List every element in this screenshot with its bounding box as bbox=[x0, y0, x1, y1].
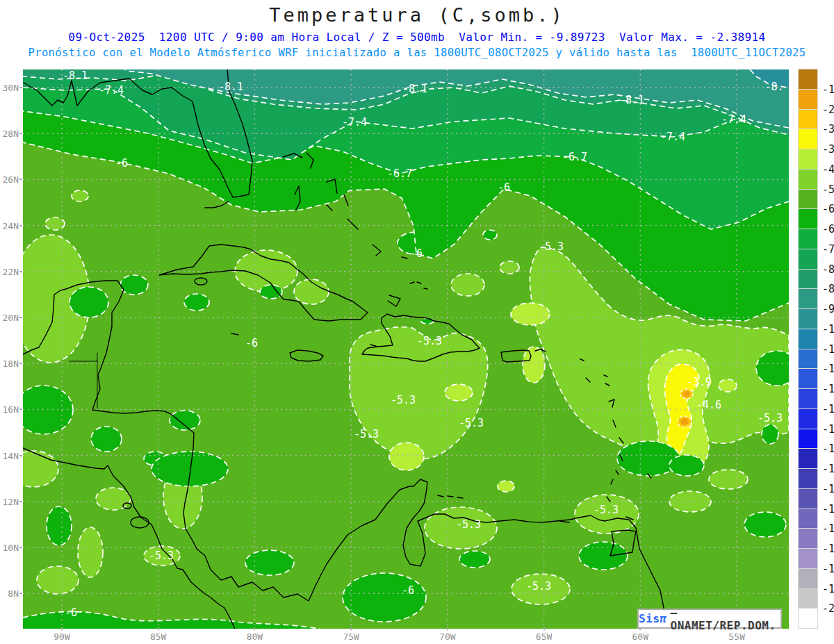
contour-label: -5.3 bbox=[539, 240, 564, 253]
colorbar-block bbox=[798, 488, 818, 509]
colorbar-block bbox=[798, 448, 818, 469]
contour-label: -8.1 bbox=[63, 69, 88, 82]
attribution-box: Sisπ – ONAMET/REP.DOM. bbox=[637, 609, 782, 629]
attribution-org: – ONAMET/REP.DOM. bbox=[671, 606, 780, 632]
weather-map-page: { "title": "Temperatura (C,somb.)", "hea… bbox=[0, 0, 834, 644]
colorbar-block bbox=[798, 429, 818, 449]
contour-label: -7.4 bbox=[721, 113, 746, 126]
colorbar-block bbox=[798, 109, 818, 130]
lat-label: 12N bbox=[1, 496, 19, 506]
contour-label: -4.6 bbox=[696, 399, 721, 411]
lat-tick bbox=[19, 547, 22, 548]
lat-tick bbox=[19, 317, 22, 318]
colorbar-block bbox=[798, 568, 818, 589]
lat-tick bbox=[19, 455, 22, 456]
subtitle-valid-time: 09-Oct-2025 1200 UTC / 9:00 am Hora Loca… bbox=[0, 31, 834, 44]
lon-label: 55W bbox=[728, 631, 744, 642]
lat-label: 10N bbox=[1, 543, 19, 553]
contour-label: -5.3 bbox=[149, 550, 174, 562]
lat-tick bbox=[19, 408, 22, 410]
contour-label: -8.1 bbox=[619, 94, 644, 106]
lat-tick bbox=[19, 225, 22, 226]
lat-label: 16N bbox=[1, 404, 19, 415]
lon-tick bbox=[543, 627, 545, 630]
colorbar-block bbox=[798, 329, 818, 349]
lat-tick bbox=[19, 363, 22, 364]
colorbar-label: -6 bbox=[822, 203, 834, 215]
contour-label: -5.3 bbox=[459, 417, 484, 429]
colorbar-label: -15.1 bbox=[822, 463, 834, 475]
colorbar-label: -11.6 bbox=[822, 363, 834, 375]
colorbar-block bbox=[798, 129, 818, 149]
lat-label: 20N bbox=[1, 313, 19, 323]
lat-tick bbox=[19, 593, 22, 594]
colorbar-label: -17.9 bbox=[822, 543, 834, 555]
colorbar-label: -3.2 bbox=[822, 123, 834, 135]
contour-label: -6.7 bbox=[387, 167, 412, 180]
page-title: Temperatura (C,somb.) bbox=[0, 4, 834, 26]
colorbar-block bbox=[798, 89, 818, 110]
contour-label: -6 bbox=[402, 584, 414, 597]
colorbar-block bbox=[798, 468, 818, 489]
contour-label: -5.3 bbox=[417, 335, 442, 347]
lon-label: 90W bbox=[54, 631, 70, 642]
colorbar-label: -1.8 bbox=[822, 83, 834, 96]
lon-tick bbox=[158, 627, 159, 630]
colorbar-block bbox=[798, 229, 818, 249]
contour-label: -5.3 bbox=[391, 394, 416, 406]
contour-label: -5.3 bbox=[594, 504, 619, 516]
colorbar-label: -15.8 bbox=[822, 483, 834, 495]
lon-label: 70W bbox=[439, 631, 455, 642]
lat-tick bbox=[19, 87, 22, 88]
lat-label: 18N bbox=[1, 358, 19, 369]
colorbar-block bbox=[798, 269, 818, 290]
lon-tick bbox=[447, 627, 448, 630]
lat-label: 8N bbox=[1, 588, 19, 599]
colorbar-label: -13.7 bbox=[822, 423, 834, 436]
colorbar-block bbox=[798, 169, 818, 190]
colorbar-label: -10.9 bbox=[822, 343, 834, 356]
lon-tick bbox=[350, 627, 352, 630]
lat-label: 26N bbox=[1, 174, 19, 185]
contour-label: -6 bbox=[498, 181, 510, 194]
contour-label: -6 bbox=[410, 247, 423, 260]
lon-label: 75W bbox=[343, 631, 359, 642]
lon-label: 65W bbox=[536, 631, 552, 642]
contour-label: -6 bbox=[65, 606, 77, 619]
colorbar-block bbox=[798, 349, 818, 370]
lat-label: 14N bbox=[1, 450, 19, 461]
colorbar-label: -13 bbox=[822, 403, 834, 415]
lat-tick bbox=[19, 271, 22, 272]
attribution-brand: Sis bbox=[639, 612, 660, 625]
colorbar-label: -17.2 bbox=[822, 522, 834, 535]
contour-label: -5.3 bbox=[456, 518, 481, 531]
contour-label: -5.3 bbox=[526, 580, 551, 593]
colorbar-label: -8.8 bbox=[822, 283, 834, 295]
colorbar-block bbox=[798, 408, 818, 429]
lat-tick bbox=[19, 133, 22, 134]
colorbar-label: -20 bbox=[822, 602, 834, 615]
contour-label: -6.7 bbox=[562, 151, 587, 163]
contour-label: -6 bbox=[245, 337, 258, 349]
attribution-pi-icon: π bbox=[660, 612, 667, 625]
colorbar-label: -9.5 bbox=[822, 303, 834, 315]
lon-tick bbox=[61, 627, 63, 630]
map-canvas: -8.1-8.1-8.1-8.1-8.-7.4-7.4-7.4-7.4-6.7-… bbox=[23, 69, 789, 629]
lon-label: 85W bbox=[150, 631, 166, 642]
colorbar-label: -14.4 bbox=[822, 443, 834, 455]
lat-label: 30N bbox=[1, 83, 19, 93]
colorbar-label: -5.3 bbox=[822, 183, 834, 196]
colorbar-block bbox=[798, 528, 818, 549]
lat-tick bbox=[19, 179, 22, 180]
colorbar-label: -2.5 bbox=[822, 104, 834, 116]
colorbar-block bbox=[798, 308, 818, 329]
colorbar-label: -18.6 bbox=[822, 563, 834, 575]
contour-label: -8. bbox=[764, 81, 783, 93]
colorbar-label: -12.3 bbox=[822, 383, 834, 395]
colorbar-label: -16.5 bbox=[822, 503, 834, 515]
colorbar-block bbox=[798, 368, 818, 389]
colorbar-block bbox=[798, 388, 818, 409]
colorbar-label: -4.6 bbox=[822, 163, 834, 176]
colorbar-block bbox=[798, 249, 818, 270]
lat-label: 24N bbox=[1, 220, 19, 231]
